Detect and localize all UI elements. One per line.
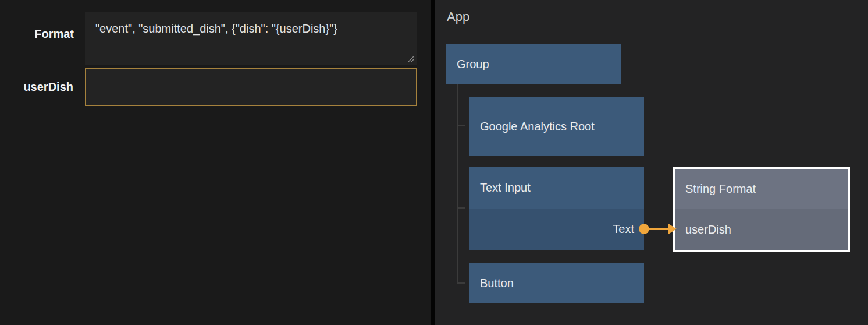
- node-group[interactable]: Group: [446, 44, 621, 84]
- userdish-input[interactable]: [85, 68, 417, 106]
- node-google-analytics-root-label: Google Analytics Root: [480, 119, 595, 135]
- input-port-userdish-label: userDish: [685, 223, 731, 236]
- tree-connector-tick: [458, 282, 465, 284]
- inspector-panel: Format "event", "submitted_dish", {"dish…: [0, 0, 431, 325]
- node-group-label: Group: [457, 58, 489, 71]
- node-button[interactable]: Button: [469, 263, 644, 303]
- tree-connector-vline: [457, 84, 458, 284]
- resize-handle-icon[interactable]: [407, 55, 415, 63]
- node-text-input-label: Text Input: [480, 181, 531, 195]
- format-field-label: Format: [0, 26, 74, 42]
- output-port-text-label: Text: [613, 222, 634, 236]
- format-textarea[interactable]: "event", "submitted_dish", {"dish": "{us…: [85, 12, 417, 65]
- node-text-input[interactable]: Text Input Text: [469, 167, 644, 250]
- tree-root-title: App: [447, 9, 469, 24]
- node-button-label: Button: [480, 277, 514, 290]
- node-tree-panel: App Group Google Analytics Root Text Inp…: [435, 0, 868, 325]
- node-string-format[interactable]: String Format userDish: [673, 167, 850, 252]
- tree-connector-tick: [458, 207, 465, 209]
- node-string-format-label: String Format: [685, 182, 756, 196]
- tree-connector-tick: [458, 125, 465, 126]
- app-window: Format "event", "submitted_dish", {"dish…: [0, 0, 868, 325]
- node-google-analytics-root[interactable]: Google Analytics Root: [469, 97, 644, 156]
- userdish-field-label: userDish: [0, 79, 73, 95]
- panel-divider: [431, 0, 435, 325]
